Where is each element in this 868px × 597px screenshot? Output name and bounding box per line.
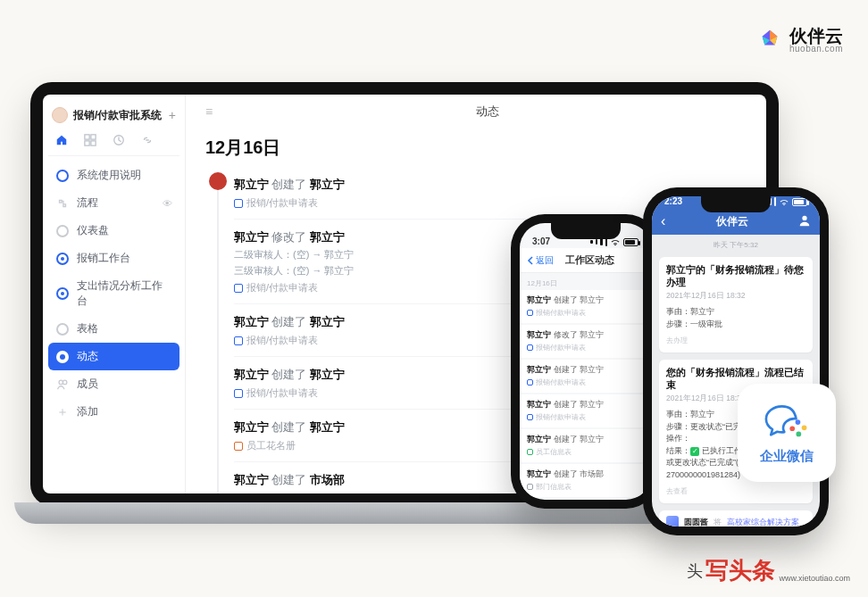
back-button[interactable]: 返回 [527, 254, 554, 267]
wecom-badge[interactable]: 企业微信 [738, 384, 836, 482]
sidebar-item-icon [55, 224, 70, 238]
brand-name: 伙伴云 [789, 27, 843, 45]
wecom-icon [763, 402, 811, 444]
svg-point-7 [802, 215, 806, 220]
phone2-title: 伙伴云 [665, 214, 798, 229]
wecom-label: 企业微信 [760, 448, 814, 465]
status-time: 2:23 [664, 196, 682, 206]
sidebar-item-5[interactable]: 表格 [48, 315, 179, 343]
sidebar-item-label: 表格 [77, 321, 98, 336]
sidebar-item-icon: ＋ [55, 405, 70, 419]
brand-logo-block: 伙伴云 huoban.com [757, 27, 843, 54]
svg-point-11 [796, 419, 801, 425]
sidebar-item-7[interactable]: 成员 [48, 370, 179, 398]
phone-right: 2:23 ‹ 伙伴云 昨天 下午5:32 郭立宁的「财务报销流程」待您办理 20… [643, 187, 829, 535]
sidebar-item-label: 动态 [77, 349, 98, 364]
svg-rect-2 [85, 141, 89, 145]
svg-rect-1 [91, 135, 96, 139]
status-time: 3:07 [532, 236, 550, 246]
tab-grid-icon[interactable] [84, 134, 96, 146]
sidebar-item-icon [55, 196, 70, 211]
svg-rect-0 [85, 135, 89, 139]
phone1-date: 12月16日 [520, 273, 651, 290]
phone-left: 3:07 返回 工作区动态 12月16日 郭立宁 创建了 郭立宁报销付款申请表郭… [511, 214, 660, 509]
phone1-title: 工作区动态 [554, 253, 626, 267]
sidebar-tab-row [48, 132, 179, 156]
svg-point-6 [63, 380, 66, 384]
sidebar-item-label: 成员 [77, 377, 98, 392]
brand-logo-icon [757, 28, 782, 53]
footer-watermark: 头 写头条 www.xietoutiao.com [687, 555, 850, 586]
add-workspace-button[interactable]: + [169, 108, 176, 122]
phone1-feed-item[interactable]: 郭立宁 创建了 市场部部门信息表 [520, 464, 651, 497]
timestamp: 昨天 下午5:32 [652, 235, 820, 253]
visibility-icon: 👁 [163, 198, 172, 209]
svg-point-12 [802, 425, 807, 430]
sidebar-item-label: 添加 [77, 404, 98, 419]
sidebar-item-6[interactable]: 动态 [48, 343, 179, 370]
workspace-avatar-icon [52, 107, 68, 123]
phone1-feed-item[interactable]: 郭立宁 创建了 郭立宁报销付款申请表 [520, 394, 651, 427]
app-title: 报销/付款审批系统 [73, 108, 163, 123]
phone1-feed-item[interactable]: 郭立宁 创建了 郭立宁员工信息表 [520, 429, 651, 462]
sidebar-item-icon [55, 252, 70, 266]
tab-home-icon[interactable] [55, 134, 68, 146]
collapse-sidebar-button[interactable]: ≡ [205, 104, 213, 119]
sidebar-item-icon [55, 322, 70, 336]
svg-point-13 [796, 431, 801, 436]
sidebar-item-label: 系统使用说明 [77, 168, 141, 183]
page-title: 动态 [476, 104, 499, 120]
feed-date-heading: 12月16日 [205, 136, 747, 160]
phone1-feed-item[interactable]: 郭立宁 创建了 郭立宁报销付款申请表 [520, 360, 651, 393]
sidebar-item-label: 仪表盘 [77, 223, 109, 238]
sidebar-item-icon [55, 286, 70, 301]
phone1-feed-item[interactable]: 郭立宁 修改了 郭立宁报销付款申请表 [520, 325, 651, 358]
phone1-feed-item[interactable]: 郭立宁 创建了 郭立宁报销付款申请表 [520, 290, 651, 323]
sidebar-item-icon [55, 169, 70, 183]
tab-clock-icon[interactable] [113, 134, 125, 146]
sidebar-item-0[interactable]: 系统使用说明 [48, 162, 179, 189]
sidebar: 报销/付款审批系统 + 系统使用说明流程👁仪表盘报销工作台支出情况分析工作台表格… [43, 95, 186, 493]
sidebar-item-2[interactable]: 仪表盘 [48, 217, 179, 245]
user-avatar-icon [209, 172, 227, 190]
sidebar-item-1[interactable]: 流程👁 [48, 189, 179, 217]
recommendation-banner[interactable]: 圆圆酱 将 高校家综合解决方案 [659, 510, 813, 527]
sidebar-item-3[interactable]: 报销工作台 [48, 245, 179, 272]
svg-rect-3 [91, 141, 96, 145]
sidebar-item-label: 流程 [77, 195, 98, 211]
sidebar-item-icon [55, 377, 70, 392]
profile-icon[interactable] [798, 214, 811, 229]
notification-card[interactable]: 郭立宁的「财务报销流程」待您办理 2021年12月16日 18:32 事由：郭立… [659, 257, 813, 352]
sidebar-item-label: 支出情况分析工作台 [77, 278, 172, 309]
sidebar-item-icon [55, 350, 70, 364]
sidebar-item-label: 报销工作台 [77, 251, 130, 266]
brand-domain: huoban.com [789, 45, 843, 54]
banner-avatar-icon [666, 516, 679, 527]
svg-point-14 [789, 426, 795, 431]
sidebar-item-4[interactable]: 支出情况分析工作台 [48, 272, 179, 315]
tab-link-icon[interactable] [141, 134, 154, 146]
sidebar-item-8[interactable]: ＋添加 [48, 398, 179, 426]
